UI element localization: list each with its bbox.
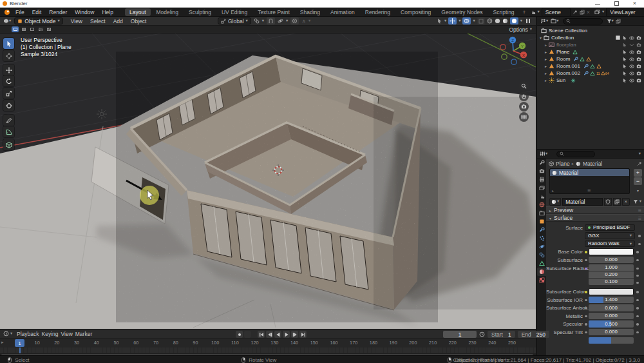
- select-mode-invert-icon[interactable]: [37, 26, 44, 32]
- hide-icon-closed[interactable]: [629, 43, 634, 48]
- menu-item[interactable]: Help: [98, 9, 117, 15]
- window-minimize-button[interactable]: [595, 1, 600, 5]
- select-mode-extend-icon[interactable]: [20, 26, 27, 32]
- outliner-row-floorplan[interactable]: ▸ floorplan: [537, 41, 644, 48]
- proportional-editing-icon[interactable]: [290, 17, 299, 25]
- workspace-tab[interactable]: Modeling: [152, 8, 184, 16]
- tool-measure[interactable]: [3, 126, 14, 137]
- scene-dropdown-chevron[interactable]: ▾: [538, 10, 540, 14]
- radius-z-field[interactable]: 0.100: [589, 279, 634, 286]
- breadcrumb-object[interactable]: Plane: [556, 161, 570, 167]
- blender-menu-logo[interactable]: [4, 9, 10, 15]
- render-visibility-icon[interactable]: [636, 35, 641, 41]
- auto-keying-button[interactable]: [236, 331, 243, 338]
- show-gizmos-icon[interactable]: [448, 17, 457, 25]
- pause-render-button[interactable]: [524, 17, 532, 25]
- copy-scene-icon[interactable]: [580, 10, 585, 15]
- slot-list-grip[interactable]: ☰: [587, 188, 591, 193]
- tool-options-dropdown[interactable]: Options▾: [509, 26, 532, 33]
- new-material-button[interactable]: [613, 198, 621, 206]
- selectable-icon[interactable]: [622, 43, 627, 48]
- fake-user-button[interactable]: [604, 198, 612, 206]
- workspace-tab[interactable]: UV Editing: [217, 8, 252, 16]
- pan-viewport-button[interactable]: [519, 92, 529, 101]
- base-color-swatch[interactable]: [589, 248, 634, 255]
- outliner-row-room001[interactable]: ▸ Room.001: [537, 63, 644, 70]
- shading-wireframe-icon[interactable]: [487, 18, 493, 24]
- panel-surface[interactable]: ▾Surface ☰: [546, 214, 644, 222]
- pin-id-icon[interactable]: [637, 161, 642, 166]
- timeline-expand-arrow[interactable]: ▸: [1, 340, 4, 345]
- tool-annotate[interactable]: [3, 115, 14, 126]
- select-mode-subtract-icon[interactable]: [28, 26, 35, 32]
- browse-material-button[interactable]: ▾: [549, 198, 561, 206]
- render-visibility-icon[interactable]: [636, 43, 641, 48]
- outliner-editor-icon[interactable]: [540, 18, 546, 24]
- tab-object[interactable]: [537, 217, 546, 226]
- zoom-viewport-button[interactable]: [519, 81, 529, 91]
- hide-icon[interactable]: [629, 50, 634, 55]
- tab-material[interactable]: [537, 268, 546, 276]
- workspace-tab[interactable]: Animation: [326, 8, 359, 16]
- selectable-icon[interactable]: [622, 71, 627, 76]
- panel-drag-grip[interactable]: ☰: [638, 216, 641, 221]
- specular-tint-field[interactable]: 0.000: [589, 329, 634, 336]
- selectable-icon[interactable]: [622, 50, 627, 55]
- tab-texture[interactable]: [537, 276, 546, 284]
- editor-type-icon[interactable]: [3, 18, 9, 24]
- timeline-track-band[interactable]: [0, 348, 536, 353]
- outliner-row-plane[interactable]: ▸ Plane: [537, 48, 644, 55]
- object-visibility-icon[interactable]: [437, 18, 442, 24]
- panel-drag-grip[interactable]: ☰: [638, 208, 641, 213]
- tab-constraints[interactable]: [537, 251, 546, 259]
- menu-item[interactable]: Render: [45, 9, 71, 15]
- properties-editor-icon[interactable]: [540, 151, 545, 157]
- shading-material-icon[interactable]: [502, 18, 508, 24]
- outliner-filter-icon[interactable]: [607, 19, 612, 24]
- playhead[interactable]: 1: [15, 339, 24, 347]
- select-mode-intersect-icon[interactable]: [45, 26, 52, 32]
- workspace-tab[interactable]: Layout: [125, 8, 151, 16]
- timeline-menu-item[interactable]: Marker: [75, 331, 92, 337]
- tab-render[interactable]: [537, 167, 546, 175]
- sss-method-dropdown[interactable]: Random Walk▾: [585, 240, 635, 248]
- window-close-button[interactable]: ×: [633, 1, 636, 6]
- current-frame-field[interactable]: 1: [443, 331, 477, 338]
- viewlayer-dropdown-chevron[interactable]: ▾: [602, 10, 604, 14]
- outliner-row-room[interactable]: ▸ Room: [537, 55, 644, 63]
- tool-cursor[interactable]: [3, 50, 14, 61]
- hide-icon[interactable]: [629, 57, 634, 62]
- surface-shader-button[interactable]: Principled BSDF: [585, 224, 635, 231]
- timeline-menu-item[interactable]: View: [61, 331, 73, 337]
- tab-collection[interactable]: [537, 209, 546, 217]
- tab-output[interactable]: [537, 175, 546, 184]
- outliner-row-scene-collection[interactable]: Scene Collection: [537, 27, 644, 34]
- play-button[interactable]: [283, 331, 290, 338]
- outliner-settings-icon[interactable]: [616, 19, 621, 24]
- orientation-dropdown[interactable]: Global▾: [218, 17, 251, 25]
- tab-modifiers[interactable]: [537, 226, 546, 234]
- selectable-icon[interactable]: [622, 35, 627, 41]
- render-visibility-icon[interactable]: [636, 64, 641, 69]
- breadcrumb-material[interactable]: Material: [583, 161, 602, 167]
- window-maximize-button[interactable]: [614, 1, 619, 6]
- menu-item[interactable]: Window: [71, 9, 98, 15]
- slot-specials-chevron[interactable]: ▾: [634, 187, 642, 193]
- hide-icon[interactable]: [629, 35, 634, 41]
- workspace-tab[interactable]: Sculpting: [184, 8, 216, 16]
- snap-magnet-icon[interactable]: [267, 17, 275, 25]
- add-workspace-button[interactable]: +: [519, 9, 530, 15]
- camera-view-button[interactable]: [519, 102, 529, 112]
- tool-select-box[interactable]: [3, 38, 14, 49]
- add-slot-button[interactable]: +: [634, 169, 642, 177]
- end-frame-field[interactable]: End250: [518, 331, 549, 338]
- tool-transform[interactable]: [3, 100, 14, 111]
- workspace-tab[interactable]: Texture Paint: [253, 8, 294, 16]
- hide-icon[interactable]: [629, 64, 634, 69]
- remove-slot-button[interactable]: −: [634, 177, 642, 185]
- subsurface-ior-slider[interactable]: 1.400: [589, 297, 634, 304]
- tool-rotate[interactable]: [3, 75, 14, 86]
- material-filter-icon[interactable]: [633, 199, 638, 204]
- ortho-toggle-button[interactable]: [519, 112, 529, 122]
- outliner-row-collection[interactable]: ▾ Collection: [537, 34, 644, 41]
